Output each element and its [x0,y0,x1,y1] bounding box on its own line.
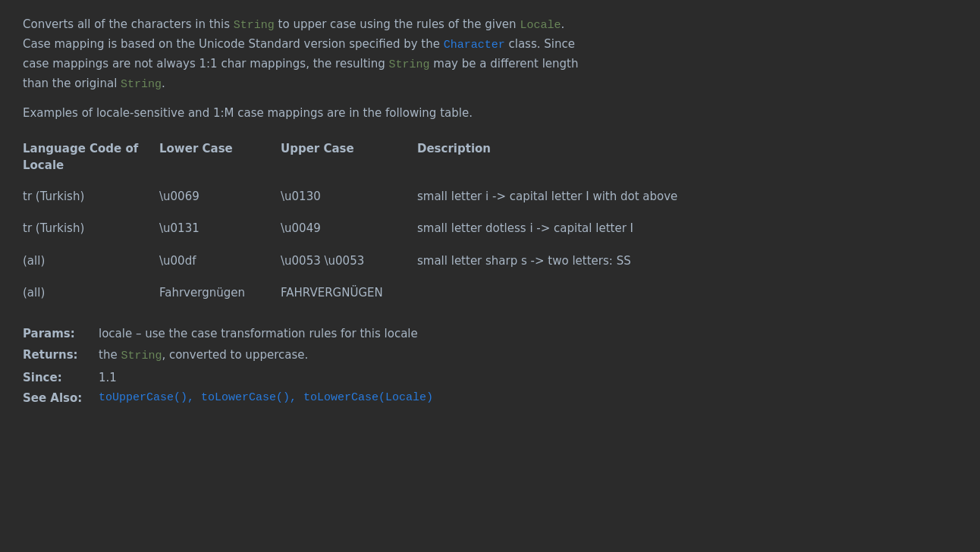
row2-upper: \u0049 [281,212,417,245]
col-header-upper: Upper Case [281,134,417,180]
string-mono-3: String [121,78,162,91]
returns-value: the String, converted to uppercase. [99,346,957,365]
locale-mono-1: Locale [520,19,561,32]
row1-upper: \u0130 [281,180,417,213]
params-value: locale – use the case transformation rul… [99,325,957,343]
returns-label: Returns: [23,346,99,365]
row1-desc: small letter i -> capital letter I with … [417,180,957,213]
col-header-lower: Lower Case [159,134,281,180]
row2-desc: small letter dotless i -> capital letter… [417,212,957,245]
row4-upper: FAHRVERGNÜGEN [281,277,417,309]
since-row: Since: 1.1 [23,369,957,387]
description-paragraph: Converts all of the characters in this S… [23,15,957,94]
see-also-row: See Also: toUpperCase(), toLowerCase(), … [23,390,957,407]
string-mono-2: String [388,58,429,71]
returns-row: Returns: the String, converted to upperc… [23,346,957,365]
col-header-desc: Description [417,134,957,180]
row1-lang: tr (Turkish) [23,180,159,213]
row4-lang: (all) [23,277,159,309]
table-row: tr (Turkish) \u0131 \u0049 small letter … [23,212,957,245]
params-label: Params: [23,325,99,343]
row3-lang: (all) [23,245,159,278]
col-header-lang: Language Code of Locale [23,134,159,180]
see-also-label: See Also: [23,390,99,407]
returns-string-mono: String [121,350,162,362]
since-label: Since: [23,369,99,387]
see-also-links[interactable]: toUpperCase(), toLowerCase(), toLowerCas… [99,390,433,407]
character-link[interactable]: Character [444,39,505,52]
case-mapping-table: Language Code of Locale Lower Case Upper… [23,134,957,309]
row2-lang: tr (Turkish) [23,212,159,245]
table-row: (all) Fahrvergnügen FAHRVERGNÜGEN [23,277,957,309]
row2-lower: \u0131 [159,212,281,245]
params-row: Params: locale – use the case transforma… [23,325,957,343]
row3-desc: small letter sharp s -> two letters: SS [417,245,957,278]
params-section: Params: locale – use the case transforma… [23,325,957,407]
row3-lower: \u00df [159,245,281,278]
since-value: 1.1 [99,369,957,387]
row4-desc [417,277,957,309]
table-row: (all) \u00df \u0053 \u0053 small letter … [23,245,957,278]
table-row: tr (Turkish) \u0069 \u0130 small letter … [23,180,957,213]
row3-upper: \u0053 \u0053 [281,245,417,278]
row4-lower: Fahrvergnügen [159,277,281,309]
row1-lower: \u0069 [159,180,281,213]
doc-section: Converts all of the characters in this S… [23,15,957,406]
examples-intro: Examples of locale-sensitive and 1:M cas… [23,105,957,122]
string-mono-1: String [234,19,275,32]
